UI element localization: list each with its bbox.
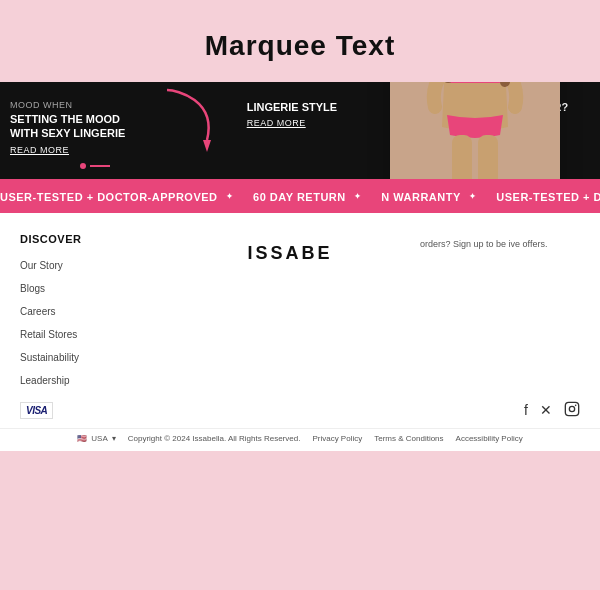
footer-link-2[interactable]: Blogs xyxy=(20,278,160,296)
footer-link-6[interactable]: Leadership xyxy=(20,370,160,388)
footer-left: DISCOVER Our Story Blogs Careers Retail … xyxy=(20,233,160,393)
page-title: Marquee Text xyxy=(20,30,580,62)
top-section: Marquee Text xyxy=(0,0,600,82)
model-svg xyxy=(390,82,560,179)
very-bottom: 🇺🇸 USA ▾ Copyright © 2024 Issabella. All… xyxy=(0,428,600,451)
svg-rect-4 xyxy=(448,82,502,83)
blog-item-1: MoOd WHEN SETTING THE MOOD WITH SEXY LIN… xyxy=(10,100,147,155)
footer-logo: ISSABE xyxy=(247,243,332,264)
footer-link-3[interactable]: Careers xyxy=(20,301,160,319)
marquee-item-4: USER-TESTED + DOCTOR-APPROVED ✦ xyxy=(496,191,600,203)
marquee-item-1: USER-TESTED + DOCTOR-APPROVED ✦ xyxy=(0,191,233,203)
product-card: ♡ OFF • HOT ITEM • HOT SALE 20% OFF • HO… xyxy=(390,82,560,179)
twitter-icon[interactable]: ✕ xyxy=(540,402,552,418)
dot-1 xyxy=(80,163,86,169)
footer-right: orders? Sign up to be ive offers. xyxy=(420,233,580,393)
svg-rect-8 xyxy=(565,402,578,415)
svg-point-9 xyxy=(569,406,574,411)
marquee-item-2: 60 DAY RETURN ✦ xyxy=(253,191,361,203)
social-icons: f ✕ xyxy=(524,401,580,420)
blog-item-2: LINGERIE STYLE READ MORE xyxy=(247,100,384,128)
chevron-down-icon[interactable]: ▾ xyxy=(112,434,116,443)
svg-rect-6 xyxy=(478,135,498,179)
footer-discover-heading: DISCOVER xyxy=(20,233,160,245)
flag-emoji: 🇺🇸 xyxy=(77,434,87,443)
arrow-icon xyxy=(157,82,237,160)
svg-marker-0 xyxy=(203,140,211,152)
marquee-item-3: N WARRANTY ✦ xyxy=(381,191,476,203)
footer-link-1[interactable]: Our Story xyxy=(20,255,160,273)
diamond-2: ✦ xyxy=(354,192,362,201)
marquee-bar: USER-TESTED + DOCTOR-APPROVED ✦ 60 DAY R… xyxy=(0,179,600,213)
terms-link[interactable]: Terms & Conditions xyxy=(374,434,443,443)
accessibility-link[interactable]: Accessibility Policy xyxy=(456,434,523,443)
product-image-area: ♡ xyxy=(390,82,560,179)
blog-label-1: MoOd WHEN xyxy=(10,100,147,110)
footer-section: DISCOVER Our Story Blogs Careers Retail … xyxy=(0,213,600,393)
country-label: USA xyxy=(91,434,107,443)
footer-center: ISSABE xyxy=(160,233,420,393)
footer-links: Our Story Blogs Careers Retail Stores Su… xyxy=(20,255,160,388)
read-more-2[interactable]: READ MORE xyxy=(247,118,384,128)
blog-title-1: SETTING THE MOOD WITH SEXY LINGERIE xyxy=(10,112,147,141)
svg-point-10 xyxy=(575,404,577,406)
country-selector[interactable]: 🇺🇸 USA ▾ xyxy=(77,434,115,443)
marquee-content: USER-TESTED + DOCTOR-APPROVED ✦ 60 DAY R… xyxy=(0,191,600,203)
privacy-policy-link[interactable]: Privacy Policy xyxy=(312,434,362,443)
dash-1 xyxy=(90,165,110,167)
newsletter-text: orders? Sign up to be ive offers. xyxy=(420,239,547,249)
footer-link-4[interactable]: Retail Stores xyxy=(20,324,160,342)
diamond-3: ✦ xyxy=(469,192,477,201)
svg-rect-5 xyxy=(452,135,472,179)
copyright-text: Copyright © 2024 Issabella. All Rights R… xyxy=(128,434,301,443)
facebook-icon[interactable]: f xyxy=(524,402,528,418)
blog-title-2: LINGERIE STYLE xyxy=(247,100,384,114)
visa-icon: VISA xyxy=(20,402,53,419)
diamond-1: ✦ xyxy=(226,192,234,201)
read-more-1[interactable]: READ MORE xyxy=(10,145,147,155)
footer-link-5[interactable]: Sustainability xyxy=(20,347,160,365)
instagram-icon[interactable] xyxy=(564,401,580,420)
black-section: MoOd WHEN SETTING THE MOOD WITH SEXY LIN… xyxy=(0,82,600,179)
footer-bottom-row: VISA f ✕ xyxy=(0,393,600,428)
